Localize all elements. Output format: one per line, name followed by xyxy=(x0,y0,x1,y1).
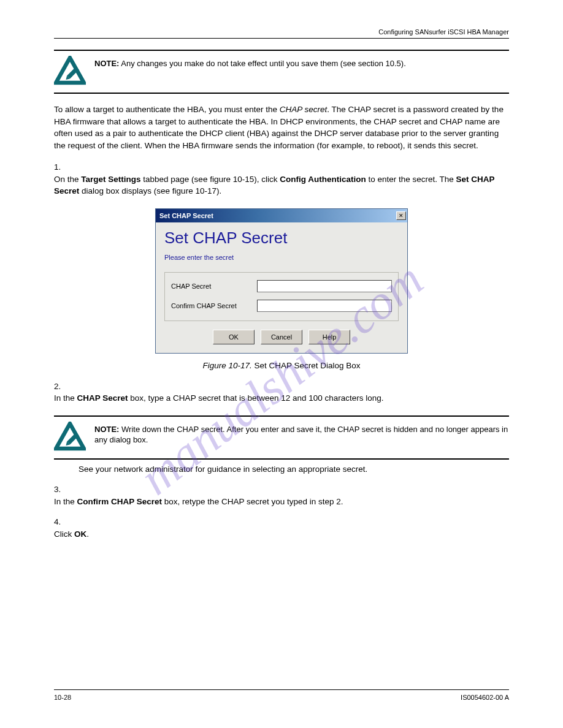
page-content: Configuring SANsurfer iSCSI HBA Manager … xyxy=(0,0,563,540)
figure-caption: Figure 10-17. Set CHAP Secret Dialog Box xyxy=(54,360,509,372)
dialog-button-row: OK Cancel Help xyxy=(164,330,399,344)
paragraph-2: See your network administrator for guida… xyxy=(79,463,509,476)
note-label: NOTE: xyxy=(94,59,119,68)
dialog-body: Set CHAP Secret Please enter the secret … xyxy=(156,222,407,353)
svg-marker-0 xyxy=(56,58,84,83)
close-button[interactable]: ✕ xyxy=(396,211,406,220)
dialog-titlebar-text: Set CHAP Secret xyxy=(159,212,213,219)
confirm-chap-secret-input[interactable] xyxy=(257,300,392,312)
note-text: Write down the CHAP secret. After you en… xyxy=(94,425,508,445)
confirm-chap-secret-label: Confirm CHAP Secret xyxy=(171,302,257,309)
step-2: 2. In the CHAP Secret box, type a CHAP s… xyxy=(54,381,509,404)
footer-doc-id: IS0054602-00 A xyxy=(461,694,509,701)
pencil-icon xyxy=(54,56,86,88)
note-label: NOTE: xyxy=(94,425,119,434)
step-1: 1. On the Target Settings tabbed page (s… xyxy=(54,161,509,197)
chap-secret-label: CHAP Secret xyxy=(171,282,257,290)
help-button[interactable]: Help xyxy=(308,330,350,344)
footer-page-number: 10-28 xyxy=(54,694,71,701)
page-footer: 10-28 IS0054602-00 A xyxy=(54,689,509,701)
svg-marker-1 xyxy=(56,423,84,449)
dialog-title: Set CHAP Secret xyxy=(164,229,399,248)
note-block-1: NOTE: Any changes you make do not take e… xyxy=(54,50,509,94)
note-block-2: NOTE: Write down the CHAP secret. After … xyxy=(54,415,509,460)
set-chap-secret-dialog: Set CHAP Secret ✕ Set CHAP Secret Please… xyxy=(155,208,408,354)
pencil-icon xyxy=(54,422,86,453)
note-text: Any changes you make do not take effect … xyxy=(121,59,405,68)
chap-secret-input[interactable] xyxy=(257,280,392,292)
step-3: 3. In the Confirm CHAP Secret box, retyp… xyxy=(54,483,509,507)
step-4: 4. Click OK. xyxy=(54,516,509,540)
paragraph-1: To allow a target to authenticate the HB… xyxy=(54,104,509,151)
dialog-titlebar: Set CHAP Secret ✕ xyxy=(156,209,407,222)
dialog-instruction: Please enter the secret xyxy=(164,254,399,261)
ok-button[interactable]: OK xyxy=(213,330,255,344)
field-group: CHAP Secret Confirm CHAP Secret xyxy=(164,272,399,321)
page-header: Configuring SANsurfer iSCSI HBA Manager xyxy=(54,25,509,39)
cancel-button[interactable]: Cancel xyxy=(261,330,302,344)
